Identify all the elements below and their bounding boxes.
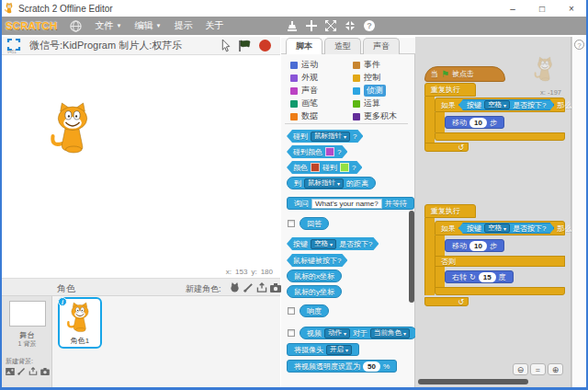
dropdown-space-key[interactable]: 空格▾	[484, 100, 510, 109]
paint-backdrop-icon[interactable]	[17, 367, 26, 375]
checkbox-loudness[interactable]	[288, 307, 295, 315]
menu-tips[interactable]: 提示	[174, 19, 192, 32]
fullscreen-button[interactable]: v451	[7, 39, 20, 52]
camera-sprite-icon[interactable]	[270, 283, 281, 292]
color-swatch[interactable]	[325, 147, 334, 156]
dropdown-mouse-pointer[interactable]: 鼠标指针▾	[311, 132, 350, 142]
scripts-horizontal-scrollbar[interactable]	[418, 379, 528, 384]
category-sensing[interactable]: 侦测	[353, 85, 386, 97]
forever-block-top[interactable]: 重复执行	[424, 204, 476, 218]
category-sound[interactable]: 声音	[290, 85, 318, 97]
block-video-motion[interactable]: 视频 动作▾ 对于 当前角色▾	[300, 327, 417, 339]
category-more-blocks[interactable]: 更多积木	[353, 110, 397, 122]
language-globe-icon[interactable]	[70, 20, 82, 32]
delete-icon[interactable]	[306, 20, 317, 31]
block-mouse-y[interactable]: 鼠标的y坐标	[287, 285, 342, 298]
help-icon[interactable]: ?	[574, 40, 584, 50]
zoom-out-button[interactable]: ⊖	[513, 363, 528, 375]
new-sprite-label: 新建角色:	[186, 283, 221, 295]
block-color-touching-color[interactable]: 颜色 碰到 ?	[287, 161, 362, 174]
zoom-in-button[interactable]: ⊕	[548, 363, 563, 375]
dropdown-mouse-pointer[interactable]: 鼠标指针▾	[304, 178, 344, 189]
degrees-value-input[interactable]: 15	[479, 272, 496, 282]
block-help-icon[interactable]: ?	[364, 20, 375, 31]
sprite-info-icon[interactable]: i	[58, 297, 67, 306]
transparency-value-input[interactable]: 50	[363, 361, 380, 372]
dropdown-motion[interactable]: 动作▾	[324, 328, 350, 338]
category-control[interactable]: 控制	[353, 72, 380, 84]
category-looks[interactable]: 外观	[290, 72, 318, 84]
stage-thumbnail[interactable]	[9, 301, 46, 327]
block-mouse-x[interactable]: 鼠标的x坐标	[287, 270, 342, 282]
ask-text-input[interactable]: What's your name?	[311, 199, 382, 209]
checkbox-answer[interactable]	[288, 220, 295, 227]
cat-sprite-on-stage[interactable]	[46, 99, 99, 160]
green-flag-icon: ⚑	[441, 69, 449, 79]
green-flag-button[interactable]	[238, 40, 252, 52]
menu-file[interactable]: 文件▼	[95, 19, 121, 32]
tab-costumes[interactable]: 造型	[324, 38, 361, 54]
if-block-top[interactable]: 如果 按键 空格▾ 是否按下? 那么	[435, 98, 565, 112]
dropdown-this-sprite[interactable]: 当前角色▾	[370, 328, 410, 338]
when-flag-clicked-hat[interactable]: 当 ⚑ 被点击	[424, 66, 505, 82]
block-touching[interactable]: 碰到 鼠标指针▾ ?	[287, 130, 363, 143]
block-ask-and-wait[interactable]: 询问 What's your name? 并等待	[287, 197, 414, 210]
camera-backdrop-icon[interactable]	[40, 368, 50, 375]
turn-right-block[interactable]: 右转 ↻ 15 度	[445, 270, 514, 283]
stop-button[interactable]	[259, 40, 271, 52]
move-steps-block[interactable]: 移动 10 步	[445, 116, 504, 129]
color-swatch[interactable]	[340, 163, 349, 172]
menu-about[interactable]: 关于	[205, 19, 223, 32]
paint-new-sprite-icon[interactable]	[243, 282, 254, 292]
palette-scrollbar[interactable]	[409, 211, 414, 303]
zoom-reset-button[interactable]: =	[530, 363, 546, 375]
category-pen[interactable]: 画笔	[290, 98, 318, 109]
grow-icon[interactable]	[325, 20, 336, 31]
category-events[interactable]: 事件	[353, 59, 380, 71]
key-pressed-condition[interactable]: 按键 空格▾ 是否按下?	[458, 223, 554, 234]
scripts-area[interactable]: x: -197 y: 120 当 ⚑ 被点击 重复执行 如果 按键 空格▾ 是否…	[415, 37, 571, 388]
steps-value-input[interactable]: 10	[469, 241, 487, 251]
zoom-controls: ⊖ = ⊕	[513, 363, 563, 375]
upload-sprite-icon[interactable]	[256, 282, 267, 292]
stage-canvas[interactable]	[2, 55, 280, 267]
backdrop-library-icon[interactable]	[6, 368, 15, 375]
new-sprite-library-icon[interactable]	[230, 282, 240, 292]
sprite1-thumbnail[interactable]: i 角色1	[58, 297, 102, 349]
block-video-transparency[interactable]: 将视频透明度设置为 50 %	[287, 360, 397, 373]
duplicate-stamp-icon[interactable]	[287, 20, 298, 32]
mouse-cursor-icon	[221, 40, 231, 52]
dropdown-space-key[interactable]: 空格▾	[311, 239, 336, 249]
if-else-block-top[interactable]: 如果 按键 空格▾ 是否按下? 那么	[435, 221, 565, 235]
block-loudness[interactable]: 响度	[300, 304, 329, 317]
block-mouse-down[interactable]: 鼠标键被按下?	[287, 254, 347, 267]
move-steps-block[interactable]: 移动 10 步	[445, 239, 504, 252]
block-key-pressed[interactable]: 按键 空格▾ 是否按下?	[287, 237, 379, 250]
forever-block-arm	[424, 97, 435, 146]
tab-scripts[interactable]: 脚本	[286, 38, 322, 54]
category-motion[interactable]: 运动	[290, 59, 318, 71]
dropdown-space-key[interactable]: 空格▾	[484, 224, 510, 233]
forever-block-top[interactable]: 重复执行	[424, 83, 476, 97]
maximize-button[interactable]: □	[527, 0, 557, 17]
shrink-icon[interactable]	[345, 20, 356, 31]
menu-edit[interactable]: 编辑▼	[134, 19, 161, 32]
color-swatch[interactable]	[311, 163, 320, 172]
block-turn-video[interactable]: 将摄像头 开启▾	[287, 343, 359, 356]
tab-sounds[interactable]: 声音	[363, 38, 400, 54]
key-pressed-condition[interactable]: 按键 空格▾ 是否按下?	[458, 99, 554, 110]
sprites-header-label: 角色	[57, 282, 75, 295]
dropdown-video-on[interactable]: 开启▾	[326, 345, 352, 355]
category-operators[interactable]: 运算	[353, 98, 380, 109]
svg-text:?: ?	[367, 21, 372, 30]
block-distance-to[interactable]: 到 鼠标指针▾ 的距离	[287, 177, 376, 189]
block-touching-color[interactable]: 碰到颜色 ?	[287, 145, 347, 158]
steps-value-input[interactable]: 10	[469, 118, 487, 128]
close-button[interactable]: ×	[557, 0, 586, 17]
checkbox-video-motion[interactable]	[288, 329, 295, 337]
block-answer[interactable]: 回答	[300, 217, 329, 230]
category-data[interactable]: 数据	[290, 110, 318, 122]
upload-backdrop-icon[interactable]	[28, 367, 38, 375]
minimize-button[interactable]: –	[498, 0, 527, 17]
title-bar: Scratch 2 Offline Editor – □ ×	[0, 0, 588, 17]
